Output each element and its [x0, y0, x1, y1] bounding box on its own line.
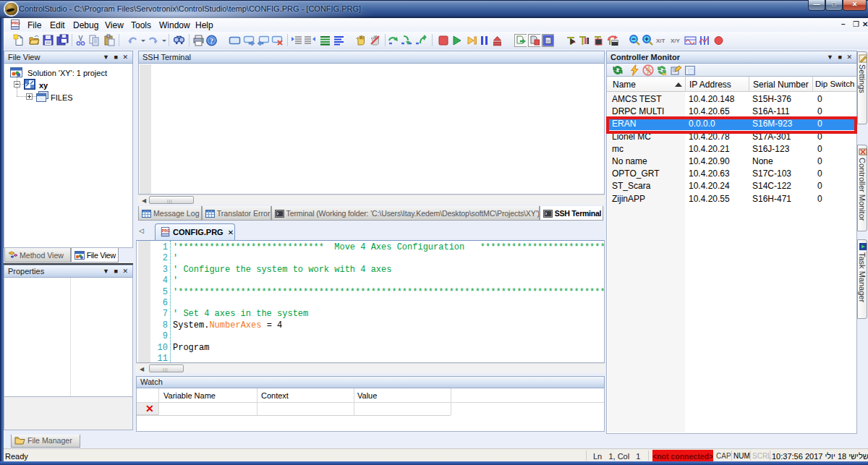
svg-text:X/Y: X/Y — [671, 38, 681, 44]
svg-text:PRG: PRG — [162, 229, 170, 233]
svg-text:?: ? — [210, 37, 213, 45]
svg-text:PRG: PRG — [12, 21, 20, 25]
svg-text:X/T: X/T — [656, 38, 665, 44]
